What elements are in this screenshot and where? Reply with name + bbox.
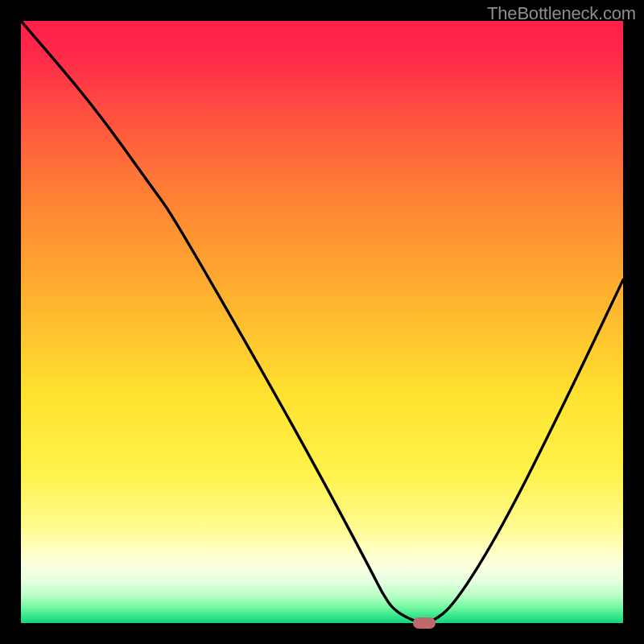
- watermark-text: TheBottleneck.com: [487, 3, 636, 24]
- plot-area: [21, 21, 623, 623]
- chart-svg: [21, 21, 623, 623]
- chart-frame: TheBottleneck.com: [0, 0, 644, 644]
- chart-background: [21, 21, 623, 623]
